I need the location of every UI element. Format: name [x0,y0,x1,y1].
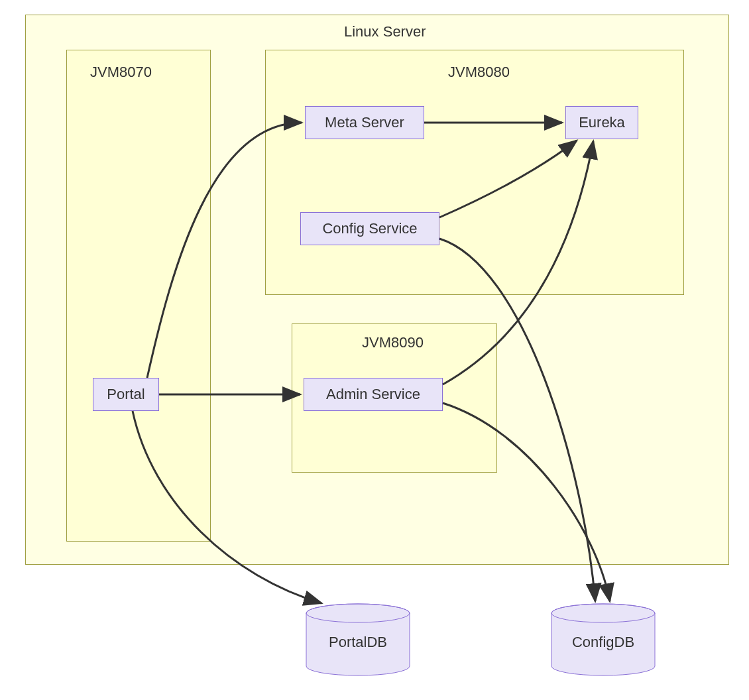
container-label-jvm8080: JVM8080 [448,64,510,81]
container-jvm8070: JVM8070 [66,50,211,542]
database-config-db: ConfigDB [550,603,656,676]
node-label-portal: Portal [107,386,144,403]
node-portal: Portal [93,378,159,411]
database-label-config-db: ConfigDB [572,628,634,651]
node-label-admin-service: Admin Service [326,386,420,403]
container-label-jvm8070: JVM8070 [90,64,152,81]
node-eureka: Eureka [565,106,638,139]
node-config-service: Config Service [300,212,439,245]
database-portal-db: PortalDB [305,603,411,676]
node-label-eureka: Eureka [579,114,625,131]
container-label-linux-server: Linux Server [344,23,426,40]
node-admin-service: Admin Service [304,378,443,411]
node-label-meta-server: Meta Server [325,114,404,131]
database-label-portal-db: PortalDB [329,628,387,651]
node-meta-server: Meta Server [305,106,424,139]
container-jvm8080: JVM8080 [265,50,684,295]
container-label-jvm8090: JVM8090 [362,334,424,351]
node-label-config-service: Config Service [322,220,417,237]
